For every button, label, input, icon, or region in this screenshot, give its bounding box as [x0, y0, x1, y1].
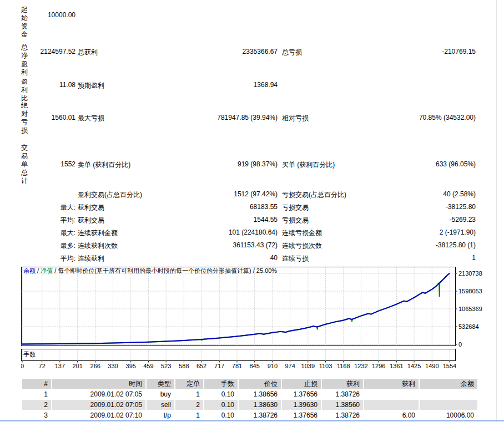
x-tick-label: 1296	[372, 363, 385, 369]
x-tick-label: 395	[126, 363, 136, 369]
stat-value-mid: 1368.94	[167, 81, 278, 89]
stat-value-right: 70.85% (34532.00)	[366, 114, 476, 121]
x-tick-label: 1103	[319, 363, 332, 369]
stat-value-right: -210769.15	[366, 48, 476, 55]
stat-row: 10000.00	[0, 11, 504, 20]
table-cell: 6.00	[364, 410, 419, 420]
table-cell: 1.37656	[282, 410, 321, 420]
lots-label: 手数	[23, 351, 36, 358]
table-cell: sell	[147, 400, 174, 410]
table-cell: 1.38726	[239, 410, 281, 420]
column-header: 获利	[322, 379, 363, 389]
y-tick-label: 1598053	[458, 288, 482, 294]
y-tick-label: 532684	[458, 323, 479, 330]
table-row[interactable]: 32009.01.02 07:10t/p10.101.387261.376561…	[22, 410, 477, 420]
column-header: 时间	[52, 379, 145, 389]
table-header-row: #时间类型定单手数价位止损获利获利余额	[22, 379, 477, 389]
table-cell	[364, 389, 419, 399]
x-tick-label: 588	[179, 363, 189, 369]
table-cell: 3	[22, 410, 51, 420]
table-cell: t/p	[147, 410, 174, 420]
stat-value-mid: 361153.43 (72)	[167, 241, 278, 249]
y-tick-label: 0	[458, 341, 462, 348]
column-header: 余额	[420, 379, 477, 389]
table-cell: 2009.01.02 07:05	[52, 389, 145, 399]
x-tick-label: 652	[196, 363, 206, 369]
table-cell: 1.38630	[239, 400, 281, 410]
x-tick-label: 201	[72, 363, 82, 369]
column-header: 定单	[175, 379, 203, 389]
window-right-edge	[496, 0, 497, 422]
table-cell: 1	[175, 389, 203, 399]
stat-group-label: 起始资金	[21, 6, 30, 39]
stat-value-left: 2124597.52	[22, 48, 75, 55]
stat-value-left: 11.08	[22, 81, 75, 89]
stat-value-mid: 781947.85 (39.94%)	[167, 114, 278, 121]
stat-row: 2124597.52总获利2335366.67总亏损-210769.15	[0, 48, 504, 57]
column-header: 获利	[364, 379, 419, 389]
table-cell: 0.10	[204, 410, 238, 420]
x-tick-label: 781	[232, 363, 242, 369]
stat-value-left: 平均:	[22, 254, 75, 263]
column-header: #	[22, 379, 51, 389]
stat-row: 平均:连续获利40连续亏损1	[0, 254, 504, 263]
table-row[interactable]: 12009.01.02 07:05buy10.101.386561.376561…	[22, 389, 477, 399]
x-tick-label: 845	[250, 363, 260, 369]
stat-value-right: 40 (2.58%)	[366, 190, 476, 198]
y-tick-label: 1065369	[458, 306, 482, 312]
table-cell	[420, 400, 477, 410]
x-tick-label: 717	[214, 363, 224, 369]
stat-value-mid: 1512 (97.42%)	[167, 190, 278, 198]
stat-value-right: -38125.80 (1)	[366, 241, 476, 249]
stat-row: 11.08预期盈利1368.94	[0, 81, 504, 90]
table-cell: 0.10	[204, 389, 238, 399]
table-cell	[364, 400, 419, 410]
x-tick-label: 137	[55, 363, 65, 369]
trades-table: #时间类型定单手数价位止损获利获利余额12009.01.02 07:05buy1…	[21, 378, 478, 421]
stat-value-mid: 2335366.67	[167, 48, 278, 55]
table-row[interactable]: 22009.01.02 07:05sell20.101.386301.39630…	[22, 400, 477, 410]
stat-row: 1560.01最大亏损781947.85 (39.94%)相对亏损70.85% …	[0, 114, 504, 123]
table-cell: 2009.01.02 07:10	[52, 410, 145, 420]
stat-value-right: 2 (-1971.90)	[366, 228, 476, 236]
stat-value-mid: 101 (224180.64)	[167, 228, 278, 236]
table-cell: 1.37656	[282, 389, 321, 399]
x-tick-label: 1232	[354, 363, 367, 369]
stat-row: 最大:获利交易68183.55亏损交易-38125.80	[0, 203, 504, 212]
x-tick-label: 0	[21, 363, 24, 369]
stat-value-right: 1	[366, 254, 476, 262]
stat-row: 最大:连续获利金额101 (224180.64)连续亏损金额2 (-1971.9…	[0, 228, 504, 237]
x-tick-label: 1490	[425, 363, 439, 369]
stat-value-left: 平均:	[22, 216, 75, 225]
table-cell: 1	[22, 389, 51, 399]
window-bottom-edge	[0, 420, 504, 421]
x-tick-label: 459	[143, 363, 153, 369]
stat-value-right: 633 (96.05%)	[366, 160, 476, 168]
x-tick-label: 1361	[390, 363, 403, 369]
stat-row: 最多:连续获利次数361153.43 (72)连续亏损次数-38125.80 (…	[0, 241, 504, 250]
stat-row: 1552卖单 (获利百分比)919 (98.37%)买单 (获利百分比)633 …	[0, 160, 504, 169]
y-tick-label: 2130738	[458, 270, 482, 277]
table-cell: 1.38726	[322, 410, 363, 420]
table-cell	[420, 389, 477, 399]
stat-value-left: 10000.00	[22, 11, 75, 19]
x-tick-label: 1425	[407, 363, 421, 369]
x-tick-label: 1039	[301, 363, 315, 369]
table-cell: buy	[147, 389, 174, 399]
mt4-backtest-report: 起始资金总净盈利盈利比绝对亏损交易单总计10000.002124597.52总获…	[0, 0, 504, 422]
x-tick-label: 266	[90, 363, 100, 369]
trades-table-wrap: #时间类型定单手数价位止损获利获利余额12009.01.02 07:05buy1…	[21, 378, 476, 421]
balance-chart: 0532684106536915980532130738072137201266…	[21, 265, 504, 373]
table-cell: 0.10	[204, 400, 238, 410]
x-tick-label: 1168	[337, 363, 350, 369]
x-tick-label: 72	[39, 363, 46, 369]
table-cell: 2	[22, 400, 51, 410]
table-cell: 1.38560	[322, 400, 363, 410]
stat-value-right: -5269.23	[366, 216, 476, 223]
balance-equity-graph: 0532684106536915980532130738072137201266…	[21, 265, 504, 373]
table-cell: 10006.00	[420, 410, 477, 420]
stat-value-mid: 1544.55	[167, 216, 278, 223]
column-header: 类型	[147, 379, 174, 389]
x-tick-label: 910	[268, 363, 278, 369]
stat-value-mid: 40	[167, 254, 278, 262]
